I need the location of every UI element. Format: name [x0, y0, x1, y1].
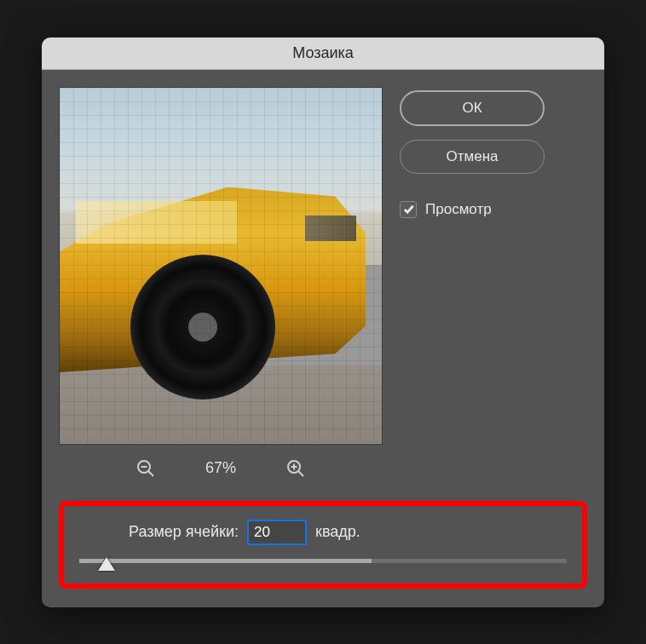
mosaic-dialog: Мозаика [42, 37, 604, 607]
zoom-in-icon [286, 458, 306, 479]
buttons-panel: ОК Отмена Просмотр [400, 87, 587, 484]
svg-line-4 [298, 471, 303, 476]
cell-size-input[interactable] [247, 520, 307, 545]
preview-checkbox-label: Просмотр [425, 201, 492, 218]
zoom-level-label: 67% [205, 459, 236, 477]
preview-checkbox[interactable] [400, 201, 417, 218]
dialog-content: 67% ОК Отмена [42, 70, 604, 501]
zoom-in-button[interactable] [284, 457, 308, 480]
svg-line-1 [148, 471, 153, 476]
ok-button[interactable]: ОК [400, 90, 545, 126]
preview-image-frame[interactable] [59, 87, 383, 445]
cell-size-label: Размер ячейки: [129, 523, 239, 541]
cancel-button[interactable]: Отмена [400, 140, 545, 174]
cell-size-slider[interactable] [79, 559, 567, 563]
cell-size-row: Размер ячейки: квадр. [79, 520, 567, 545]
zoom-out-icon [136, 458, 156, 479]
preview-panel: 67% [59, 87, 383, 484]
dialog-title: Мозаика [42, 37, 604, 70]
checkmark-icon [402, 203, 415, 216]
zoom-controls: 67% [59, 445, 383, 484]
zoom-out-button[interactable] [134, 457, 158, 480]
cell-size-unit: квадр. [315, 523, 360, 541]
preview-checkbox-row: Просмотр [400, 201, 587, 218]
slider-thumb[interactable] [98, 557, 115, 571]
preview-image [60, 88, 382, 444]
cell-size-section: Размер ячейки: квадр. [59, 501, 587, 589]
